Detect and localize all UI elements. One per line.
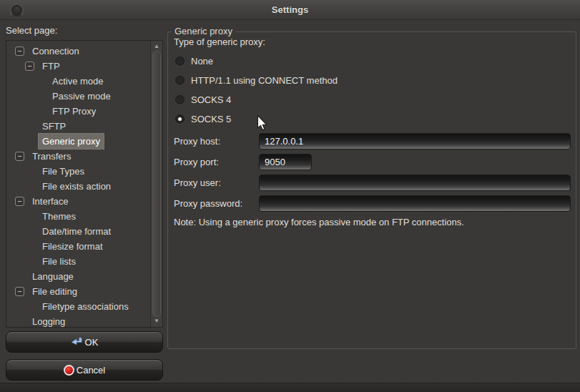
proxy-password-input[interactable] xyxy=(259,195,571,212)
proxy-type-label: Type of generic proxy: xyxy=(174,36,265,47)
window-footer xyxy=(0,383,580,392)
radio-option-http[interactable]: HTTP/1.1 using CONNECT method xyxy=(175,71,338,90)
radio-button-icon[interactable] xyxy=(175,76,185,85)
radio-option-label: None xyxy=(191,56,213,67)
radio-button-icon[interactable] xyxy=(175,114,185,124)
proxy-port-input[interactable] xyxy=(259,154,312,170)
proxy-host-input[interactable] xyxy=(259,133,571,150)
proxy-host-label: Proxy host: xyxy=(174,133,220,150)
mouse-cursor xyxy=(257,115,267,132)
radio-option-none[interactable]: None xyxy=(175,52,338,71)
proxy-port-label: Proxy port: xyxy=(174,154,219,170)
settings-window: { "window": { "title": "Settings", "back… xyxy=(0,0,580,392)
proxy-note: Note: Using a generic proxy forces passi… xyxy=(174,217,464,227)
radio-option-label: SOCKS 4 xyxy=(191,94,231,105)
radio-option-label: HTTP/1.1 using CONNECT method xyxy=(191,75,338,86)
radio-option-socks4[interactable]: SOCKS 4 xyxy=(175,90,338,109)
generic-proxy-panel: Type of generic proxy: NoneHTTP/1.1 usin… xyxy=(0,0,580,392)
proxy-user-label: Proxy user: xyxy=(174,175,221,191)
radio-option-label: SOCKS 5 xyxy=(191,114,231,124)
proxy-user-input[interactable] xyxy=(259,175,571,191)
radio-button-icon[interactable] xyxy=(175,57,185,66)
radio-button-icon[interactable] xyxy=(175,95,185,104)
proxy-password-label: Proxy password: xyxy=(174,195,242,212)
